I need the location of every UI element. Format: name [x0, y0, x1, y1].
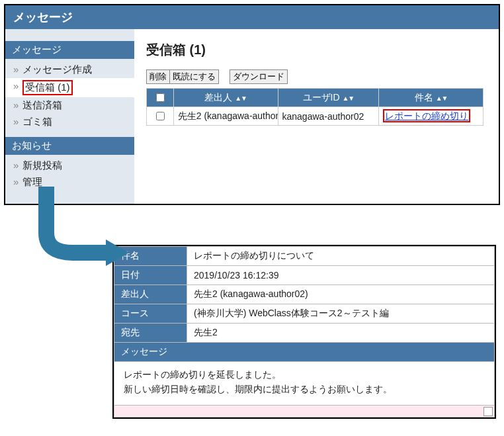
table-row: 先生2 (kanagawa-author02) kanagawa-author0… — [147, 107, 483, 126]
label-sender: 差出人 — [114, 285, 187, 304]
detail-table: 件名 レポートの締め切りについて 日付 2019/10/23 16:12:39 … — [114, 246, 495, 343]
sidebar-section-messages: メッセージ — [5, 41, 134, 59]
value-subject: レポートの締め切りについて — [187, 247, 495, 266]
download-button[interactable]: ダウンロード — [230, 69, 288, 84]
label-course: コース — [114, 304, 187, 324]
sidebar-list-messages: メッセージ作成 受信箱 (1) 送信済箱 ゴミ箱 — [5, 59, 134, 137]
inbox-window: メッセージ メッセージ メッセージ作成 受信箱 (1) 送信済箱 ゴミ箱 お知ら… — [4, 4, 500, 205]
message-detail-window: 件名 レポートの締め切りについて 日付 2019/10/23 16:12:39 … — [112, 245, 496, 419]
window-title: メッセージ — [5, 5, 499, 29]
col-subject-header[interactable]: 件名 ▲▼ — [379, 89, 483, 107]
detail-footer — [114, 406, 495, 417]
cell-subject[interactable]: レポートの締め切り — [379, 107, 483, 126]
sidebar-item-compose[interactable]: メッセージ作成 — [5, 62, 134, 78]
delete-button[interactable]: 削除 — [146, 69, 170, 84]
table-header-row: 差出人 ▲▼ ユーザID ▲▼ 件名 ▲▼ — [147, 89, 483, 107]
sort-icon: ▲▼ — [436, 95, 448, 102]
col-checkbox — [147, 89, 174, 107]
subject-link[interactable]: レポートの締め切り — [385, 110, 468, 121]
flow-arrow — [20, 205, 504, 245]
toolbar: 削除 既読にする ダウンロード — [146, 69, 495, 84]
sort-icon: ▲▼ — [235, 95, 247, 102]
col-userid-header[interactable]: ユーザID ▲▼ — [278, 89, 379, 107]
value-to: 先生2 — [187, 324, 495, 343]
page-title: 受信箱 (1) — [146, 41, 495, 59]
value-course: (神奈川大学) WebClass体験コース2～テスト編 — [187, 304, 495, 324]
sidebar-section-notices: お知らせ — [5, 137, 134, 155]
select-all-checkbox[interactable] — [156, 93, 165, 102]
sidebar: メッセージ メッセージ作成 受信箱 (1) 送信済箱 ゴミ箱 お知らせ 新規投稿… — [5, 29, 134, 204]
label-to: 宛先 — [114, 324, 187, 343]
main-area: 受信箱 (1) 削除 既読にする ダウンロード 差出人 — [134, 29, 499, 204]
value-sender: 先生2 (kanagawa-author02) — [187, 285, 495, 304]
row-checkbox[interactable] — [156, 112, 165, 120]
sidebar-item-trash[interactable]: ゴミ箱 — [5, 114, 134, 130]
label-message: メッセージ — [114, 343, 495, 362]
sidebar-item-newpost[interactable]: 新規投稿 — [5, 157, 134, 174]
cell-userid: kanagawa-author02 — [278, 107, 379, 126]
message-body: レポートの締め切りを延長しました。 新しい締切日時を確認し、期限内に提出するよう… — [114, 362, 495, 406]
mark-read-button[interactable]: 既読にする — [170, 69, 219, 84]
sidebar-item-inbox[interactable]: 受信箱 (1) — [5, 78, 134, 97]
inbox-table: 差出人 ▲▼ ユーザID ▲▼ 件名 ▲▼ — [146, 88, 483, 126]
window-body: メッセージ メッセージ作成 受信箱 (1) 送信済箱 ゴミ箱 お知らせ 新規投稿… — [5, 29, 499, 204]
sidebar-item-sent[interactable]: 送信済箱 — [5, 97, 134, 114]
cell-sender: 先生2 (kanagawa-author02) — [173, 107, 278, 126]
sort-icon: ▲▼ — [342, 95, 354, 102]
value-date: 2019/10/23 16:12:39 — [187, 266, 495, 285]
svg-marker-0 — [106, 240, 129, 266]
col-sender-header[interactable]: 差出人 ▲▼ — [173, 89, 278, 107]
